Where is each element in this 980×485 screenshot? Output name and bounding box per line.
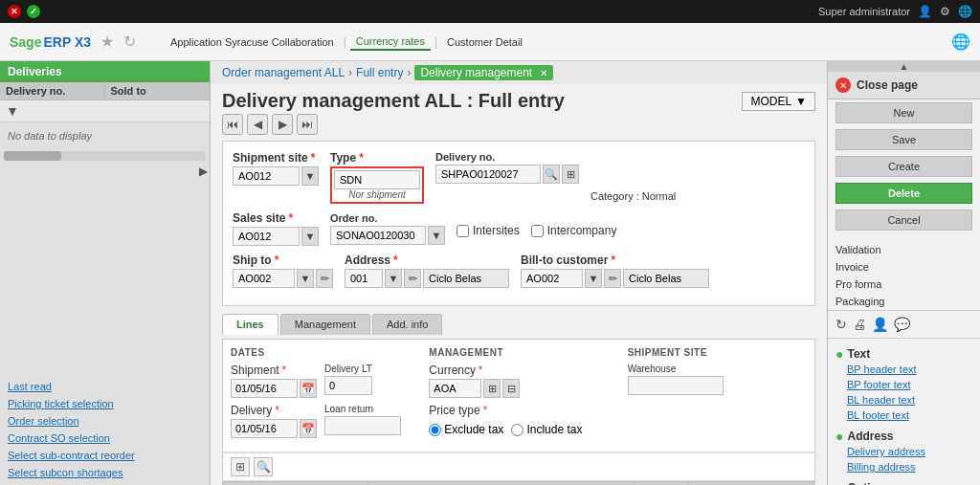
breadcrumb-delivery-mgmt[interactable]: Delivery management ✕: [414, 65, 552, 80]
header-globe-icon[interactable]: 🌐: [951, 33, 970, 51]
address-picker-icon[interactable]: ▼: [385, 269, 402, 288]
filter-icon[interactable]: ▼: [6, 103, 19, 119]
breadcrumb-full-entry[interactable]: Full entry: [356, 66, 403, 79]
bill-to-picker-icon[interactable]: ▼: [585, 269, 602, 288]
loan-return-input[interactable]: [324, 416, 401, 435]
currency-input[interactable]: [429, 379, 481, 398]
sidebar-link-subcontract-reorder[interactable]: Select sub-contract reorder: [0, 447, 210, 464]
order-no-input[interactable]: [330, 226, 426, 245]
favorite-icon[interactable]: ★: [100, 33, 114, 51]
nav-last-button[interactable]: ⏭: [297, 114, 318, 135]
right-user-icon[interactable]: 👤: [872, 317, 888, 332]
intercompany-field[interactable]: Intercompany: [531, 224, 617, 237]
sidebar-link-subcon-shortages[interactable]: Select subcon shortages: [0, 464, 210, 481]
sidebar-link-contract-so[interactable]: Contract SO selection: [0, 430, 210, 447]
nav-next-button[interactable]: ▶: [272, 114, 293, 135]
bp-header-text-link[interactable]: BP header text: [835, 362, 972, 377]
sidebar-link-last-read[interactable]: Last read: [0, 378, 210, 395]
save-button[interactable]: Save: [835, 129, 972, 150]
top-globe-icon[interactable]: 🌐: [958, 5, 972, 18]
bill-to-input[interactable]: [521, 269, 583, 288]
nav-item-application[interactable]: Application Syracuse Collaboration: [165, 34, 340, 50]
bp-footer-text-link[interactable]: BP footer text: [835, 377, 972, 392]
shipment-date-calendar-icon[interactable]: 📅: [300, 379, 317, 398]
no-data-label: No data to display: [0, 122, 210, 149]
delivery-no-grid-icon[interactable]: ⊞: [562, 165, 579, 184]
address-input[interactable]: [345, 269, 383, 288]
currency-icon2[interactable]: ⊟: [502, 379, 520, 398]
bl-footer-text-link[interactable]: BL footer text: [835, 408, 972, 423]
right-print-icon[interactable]: 🖨: [853, 317, 866, 332]
tab-add-info[interactable]: Add. info: [372, 314, 442, 335]
ship-to-input[interactable]: [233, 269, 295, 288]
table-tool-search-icon[interactable]: 🔍: [254, 457, 273, 476]
validation-link[interactable]: Validation: [828, 241, 980, 258]
sidebar-col-delivery: Delivery no.: [0, 82, 105, 99]
delete-button[interactable]: Delete: [835, 183, 972, 204]
billing-address-link[interactable]: Billing address: [835, 459, 972, 474]
refresh-icon[interactable]: ↻: [123, 33, 136, 51]
price-type-label: Price type *: [429, 404, 582, 417]
exclude-tax-radio[interactable]: [429, 424, 441, 436]
delivery-lt-label: Delivery LT: [324, 364, 372, 374]
delivery-date-calendar-icon[interactable]: 📅: [300, 419, 317, 438]
nav-first-button[interactable]: ⏮: [222, 114, 243, 135]
create-button[interactable]: Create: [835, 156, 972, 177]
invoice-link[interactable]: Invoice: [828, 258, 980, 276]
intercompany-checkbox[interactable]: [531, 225, 544, 237]
delivery-no-input[interactable]: [435, 165, 541, 184]
nav-prev-button[interactable]: ◀: [247, 114, 268, 135]
sidebar-link-order-selection[interactable]: Order selection: [0, 412, 210, 430]
sidebar-col-soldto: Sold to: [105, 82, 211, 99]
tab-lines[interactable]: Lines: [222, 314, 278, 335]
shipment-site-picker-icon[interactable]: ▼: [301, 166, 319, 186]
include-tax-radio[interactable]: [511, 424, 523, 436]
intersites-checkbox[interactable]: [457, 225, 469, 237]
delivery-address-link[interactable]: Delivery address: [835, 444, 972, 459]
right-panel-scroll-up-icon[interactable]: ▲: [900, 61, 909, 72]
sidebar-link-picking-ticket[interactable]: Picking ticket selection: [0, 395, 210, 412]
ship-to-edit-icon[interactable]: ✏: [316, 269, 333, 288]
delivery-date-input[interactable]: [231, 419, 298, 438]
model-button[interactable]: MODEL ▼: [742, 92, 815, 111]
pro-forma-link[interactable]: Pro forma: [828, 276, 980, 293]
packaging-link[interactable]: Packaging: [828, 293, 980, 310]
table-tool-grid-icon[interactable]: ⊞: [231, 457, 250, 476]
close-window-icon[interactable]: ✕: [8, 5, 21, 18]
shipment-date-input[interactable]: [231, 379, 298, 398]
breadcrumb-order-mgmt[interactable]: Order management ALL: [222, 66, 345, 79]
delivery-no-label: Delivery no.: [435, 151, 579, 163]
type-input[interactable]: [334, 170, 420, 189]
cancel-button[interactable]: Cancel: [835, 209, 972, 231]
minimize-window-icon[interactable]: ✓: [27, 5, 40, 18]
sales-site-input[interactable]: [233, 227, 300, 246]
breadcrumb-close-icon[interactable]: ✕: [540, 68, 547, 78]
address-edit-icon[interactable]: ✏: [404, 269, 421, 288]
currency-icon1[interactable]: ⊞: [483, 379, 501, 398]
exclude-tax-label: Exclude tax: [444, 423, 503, 436]
tab-management[interactable]: Management: [280, 314, 370, 335]
ship-to-label: Ship to *: [233, 254, 333, 267]
nav-item-currency-rates[interactable]: Currency rates: [350, 33, 431, 51]
nav-item-customer-detail[interactable]: Customer Detail: [441, 34, 528, 50]
col-delivered-qty: Delivered qty: [689, 482, 814, 486]
bill-to-edit-icon[interactable]: ✏: [604, 269, 621, 288]
new-button[interactable]: New: [835, 102, 972, 123]
close-page-icon[interactable]: ✕: [835, 77, 851, 93]
warehouse-input[interactable]: [628, 376, 724, 395]
order-no-picker-icon[interactable]: ▼: [428, 226, 445, 245]
intersites-field[interactable]: Intersites: [457, 224, 520, 237]
bl-header-text-link[interactable]: BL header text: [835, 392, 972, 408]
delivery-lt-input[interactable]: [324, 376, 372, 395]
right-chat-icon[interactable]: 💬: [894, 317, 910, 332]
sidebar-scroll-right[interactable]: ▶: [0, 163, 210, 180]
top-settings-icon[interactable]: ⚙: [940, 5, 950, 18]
sales-site-picker-icon[interactable]: ▼: [301, 227, 319, 246]
right-refresh-icon[interactable]: ↻: [835, 317, 847, 332]
address-section-title: Address: [847, 430, 893, 443]
delivery-no-search-icon[interactable]: 🔍: [543, 165, 560, 184]
shipment-site-section-title: SHIPMENT SITE: [628, 347, 807, 358]
col-sal: SAL: [635, 482, 689, 486]
ship-to-picker-icon[interactable]: ▼: [297, 269, 314, 288]
shipment-site-input[interactable]: [233, 166, 300, 186]
